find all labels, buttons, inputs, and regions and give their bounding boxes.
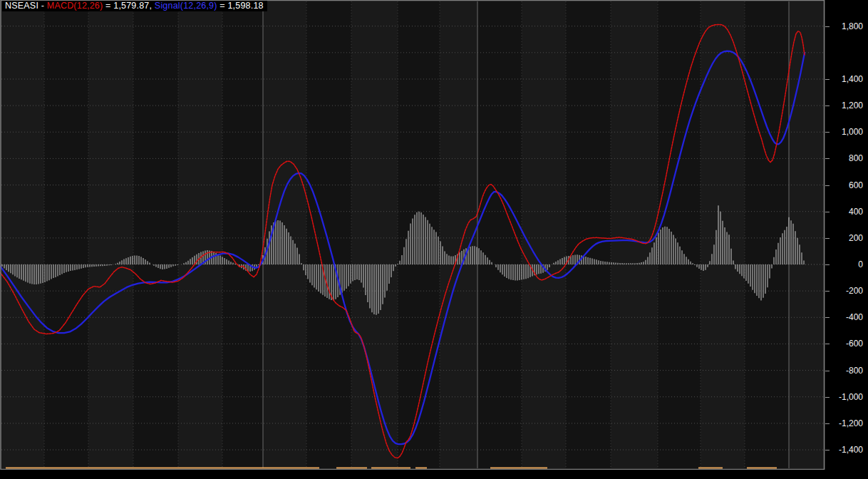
grid-band: [88, 1, 133, 468]
y-axis-tick: [825, 238, 830, 239]
y-axis-tick: [825, 212, 830, 212]
y-axis-tick: [825, 158, 830, 159]
y-axis-tick: [825, 344, 830, 344]
y-axis-tick: [825, 317, 830, 318]
macd-chart-plot[interactable]: [0, 0, 825, 470]
grid-band: [1, 1, 44, 468]
y-axis-label: -400: [846, 313, 863, 321]
y-axis-label: 1,200: [842, 101, 863, 110]
grid-band: [611, 1, 658, 468]
grid-band: [306, 1, 351, 468]
y-axis-label: 200: [849, 234, 863, 242]
bottom-margin: [0, 470, 825, 479]
macd-chart-window: NSEASI - MACD(12,26) = 1,579.87, Signal(…: [0, 0, 868, 479]
y-axis-label: 1,800: [842, 22, 863, 31]
y-axis-tick: [825, 132, 830, 133]
indicator-title: NSEASI - MACD(12,26) = 1,579.87, Signal(…: [2, 1, 267, 11]
grid-band: [178, 1, 222, 468]
y-axis-tick: [825, 397, 830, 398]
grid-band: [351, 1, 398, 468]
y-axis-label: 800: [849, 154, 863, 163]
y-axis-label: 600: [849, 181, 863, 190]
signal-value: = 1,598.18: [217, 1, 264, 11]
grid-band: [44, 1, 88, 468]
chart-panel: [0, 0, 825, 470]
symbol-label: NSEASI -: [5, 1, 47, 11]
grid-band: [133, 1, 178, 468]
y-axis-label: 1,400: [842, 75, 863, 83]
y-axis-label: -1,200: [839, 419, 863, 428]
y-axis-label: 400: [849, 207, 863, 216]
macd-label: MACD(12,26): [47, 1, 103, 11]
y-axis-tick: [825, 105, 830, 106]
y-axis-label: -600: [846, 339, 863, 348]
y-axis-label: 0: [858, 260, 863, 269]
y-axis-tick: [825, 79, 830, 80]
y-axis-label: -800: [846, 366, 863, 375]
y-axis-tick: [825, 423, 830, 424]
grid-band: [522, 1, 566, 468]
grid-band: [222, 1, 263, 468]
y-axis-tick: [825, 26, 830, 27]
y-axis-tick: [825, 264, 830, 265]
y-axis-label: -1,400: [839, 445, 863, 454]
grid-band: [440, 1, 477, 468]
grid-band: [566, 1, 611, 468]
y-axis-tick: [825, 291, 830, 292]
y-axis-label: 1,000: [842, 128, 863, 136]
y-axis-label: -200: [846, 287, 863, 295]
grid-band: [658, 1, 701, 468]
y-axis-tick: [825, 450, 830, 450]
y-axis: 1,598.18 1,579.87 1,8001,4001,2001,00080…: [825, 0, 868, 479]
y-axis-tick: [825, 371, 830, 371]
y-axis-label: -1,000: [839, 393, 863, 401]
y-axis-tick: [825, 185, 830, 186]
signal-label: Signal(12,26,9): [155, 1, 217, 11]
grid-band: [789, 1, 824, 468]
macd-value: = 1,579.87,: [103, 1, 154, 11]
